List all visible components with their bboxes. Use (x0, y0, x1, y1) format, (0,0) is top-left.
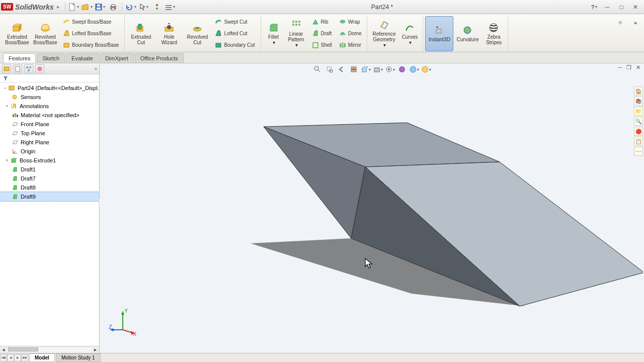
viewport-restore-icon[interactable]: ❐ (625, 64, 633, 71)
lofted-boss-button[interactable]: Lofted Boss/Base (59, 28, 122, 39)
curves-button[interactable]: Curves▾ (398, 16, 421, 51)
tree-item-sensors[interactable]: Sensors (0, 93, 99, 102)
extruded-boss-button[interactable]: Extruded Boss/Base (3, 16, 31, 51)
lofted-cut-button[interactable]: Lofted Cut (211, 28, 258, 39)
boundary-boss-button[interactable]: Boundary Boss/Base (59, 40, 122, 51)
display-style-icon[interactable]: ▾ (372, 64, 383, 74)
nav-first-icon[interactable]: ⏮ (0, 354, 7, 361)
previous-view-icon[interactable] (336, 64, 347, 74)
feature-tree: −Part24 (Default<<Default>_Displ. Sensor… (0, 82, 99, 346)
nav-last-icon[interactable]: ⏭ (21, 354, 28, 361)
collapse-tree-icon[interactable]: » (94, 66, 97, 71)
curvature-button[interactable]: Curvature (453, 16, 481, 51)
view-settings-icon[interactable]: ▾ (421, 64, 432, 74)
nav-prev-icon[interactable]: ◂ (7, 354, 14, 361)
tree-item-draft8[interactable]: Draft8 (0, 183, 99, 192)
mirror-button[interactable]: Mirror (336, 40, 365, 51)
svg-point-54 (314, 66, 318, 70)
new-button[interactable]: ▾ (68, 2, 80, 13)
pin-ribbon-icon[interactable] (614, 17, 626, 28)
property-manager-tab-icon[interactable] (13, 64, 22, 73)
draft-button[interactable]: Draft (308, 28, 336, 39)
tree-root[interactable]: −Part24 (Default<<Default>_Displ. (0, 83, 99, 93)
tree-item-draft9[interactable]: Draft9 (0, 192, 99, 201)
tree-item-material[interactable]: Material <not specified> (0, 111, 99, 120)
model-shape[interactable] (100, 77, 643, 353)
tab-model[interactable]: Model (29, 353, 55, 362)
wrap-button[interactable]: Wrap (336, 16, 365, 27)
select-button[interactable]: ▾ (138, 2, 150, 13)
undo-button[interactable]: ▾ (125, 2, 137, 13)
feature-manager-panel: » −Part24 (Default<<Default>_Displ. Sens… (0, 63, 100, 353)
command-manager-tabs: Features Sketch Evaluate DimXpert Office… (0, 52, 644, 63)
zoom-area-icon[interactable] (324, 64, 335, 74)
linear-pattern-button[interactable]: Linear Pattern▾ (284, 16, 308, 51)
hole-wizard-button[interactable]: Hole Wizard (155, 16, 183, 51)
dimxpert-manager-tab-icon[interactable] (35, 64, 44, 73)
tab-features[interactable]: Features (3, 53, 36, 63)
tab-evaluate[interactable]: Evaluate (66, 53, 99, 63)
rebuild-button[interactable] (151, 2, 163, 13)
zoom-fit-icon[interactable] (312, 64, 323, 74)
tree-item-front-plane[interactable]: Front Plane (0, 120, 99, 129)
svg-rect-11 (166, 9, 172, 10)
boundary-cut-button[interactable]: Boundary Cut (211, 40, 258, 51)
tree-item-right-plane[interactable]: Right Plane (0, 138, 99, 147)
tree-item-draft7[interactable]: Draft7 (0, 174, 99, 183)
viewport-minimize-icon[interactable]: ─ (616, 64, 624, 71)
tree-item-boss-extrude1[interactable]: +Boss-Extrude1 (0, 156, 99, 165)
apply-scene-icon[interactable]: ▾ (409, 64, 420, 74)
svg-rect-47 (13, 114, 14, 117)
revolved-cut-button[interactable]: Revolved Cut (183, 16, 211, 51)
tree-hscroll[interactable]: ◂▸ (0, 346, 99, 353)
svg-point-20 (195, 27, 199, 29)
svg-point-65 (410, 66, 416, 72)
hide-show-icon[interactable]: ▾ (384, 64, 395, 74)
tree-item-annotations[interactable]: +AAnnotations (0, 102, 99, 111)
tree-filter[interactable] (0, 74, 99, 82)
tab-dimxpert[interactable]: DimXpert (100, 53, 134, 63)
shell-button[interactable]: Shell (308, 40, 336, 51)
tree-item-draft1[interactable]: Draft1 (0, 165, 99, 174)
reference-geometry-button[interactable]: Reference Geometry▾ (369, 16, 398, 51)
viewport-close-icon[interactable]: ✕ (634, 64, 642, 71)
open-button[interactable]: ▾ (81, 2, 93, 13)
tab-office-products[interactable]: Office Products (135, 53, 184, 63)
svg-rect-49 (17, 115, 18, 117)
tab-sketch[interactable]: Sketch (37, 53, 65, 63)
tab-motion-study[interactable]: Motion Study 1 (56, 353, 101, 362)
fillet-button[interactable]: Fillet▾ (263, 16, 284, 51)
graphics-viewport[interactable]: ▾ ▾ ▾ ▾ ▾ ─ ❐ ✕ 🏠 📚 📁 🔍 🔴 📋 ⋯ (100, 63, 644, 353)
extruded-cut-button[interactable]: Extruded Cut (127, 16, 155, 51)
zebra-stripes-button[interactable]: Zebra Stripes (481, 16, 506, 51)
feature-manager-tab-icon[interactable] (2, 64, 11, 73)
main-area: » −Part24 (Default<<Default>_Displ. Sens… (0, 63, 644, 353)
help-button[interactable]: ?▾ (588, 2, 600, 13)
configuration-manager-tab-icon[interactable] (24, 64, 33, 73)
section-view-icon[interactable] (348, 64, 359, 74)
edit-appearance-icon[interactable] (396, 64, 408, 74)
maximize-button[interactable]: □ (615, 2, 627, 13)
expand-ribbon-icon[interactable]: » (629, 17, 641, 28)
nav-next-icon[interactable]: ▸ (14, 354, 21, 361)
view-orientation-icon[interactable]: ▾ (360, 64, 371, 74)
save-button[interactable]: ▾ (94, 2, 106, 13)
tree-item-top-plane[interactable]: Top Plane (0, 129, 99, 138)
tree-item-origin[interactable]: Origin (0, 147, 99, 156)
options-button[interactable]: ▾ (164, 2, 176, 13)
close-button[interactable]: ✕ (629, 2, 641, 13)
dome-button[interactable]: Dome (336, 28, 365, 39)
app-menu-arrow-icon[interactable]: ▸ (57, 4, 60, 10)
svg-rect-41 (28, 69, 30, 71)
svg-text:A: A (13, 103, 17, 109)
minimize-button[interactable]: ─ (601, 2, 613, 13)
print-button[interactable] (107, 2, 119, 13)
instant3d-button[interactable]: Instant3D (425, 16, 453, 51)
revolved-boss-button[interactable]: Revolved Boss/Base (31, 16, 59, 51)
svg-rect-24 (298, 21, 300, 23)
svg-point-66 (422, 66, 428, 72)
svg-rect-16 (138, 24, 141, 29)
swept-boss-button[interactable]: Swept Boss/Base (59, 16, 122, 27)
swept-cut-button[interactable]: Swept Cut (211, 16, 258, 27)
rib-button[interactable]: Rib (308, 16, 336, 27)
